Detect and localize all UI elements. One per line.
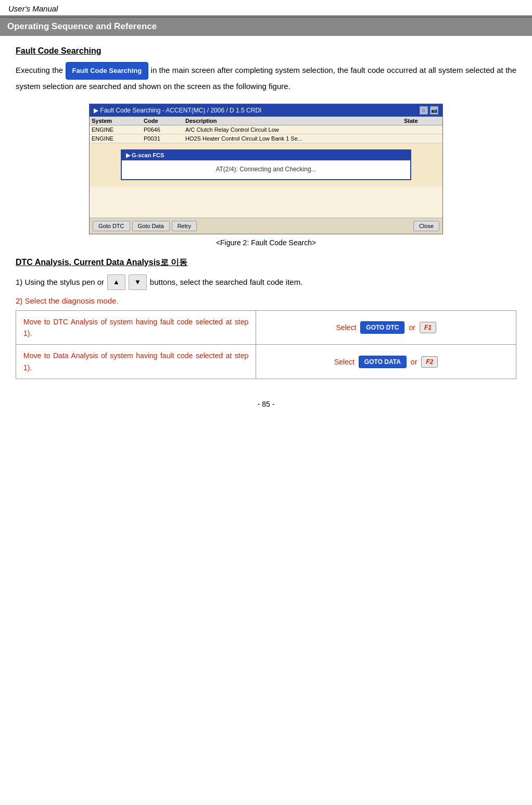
goto-data-btn[interactable]: Goto Data [132,221,170,231]
dtc-select-inner: Select GOTO DTC or F1 [263,321,509,334]
select-label-2: Select [334,358,354,366]
screenshot-empty-rows [90,186,442,218]
col-code: Code [144,118,185,124]
row1-desc: A/C Clutch Relay Control Circuit Low [185,127,404,133]
step1-prefix: 1) Using the stylus pen or [16,275,104,289]
move-data-label: Move to Data Analysis of system having f… [16,345,256,379]
screenshot-dialog: ▶ G-scan FCS AT(2/4): Connecting and Che… [121,149,411,180]
intro-text-before: Executing the [16,66,63,74]
fault-code-search-button-image: Fault Code Searching [66,62,149,80]
f1-button[interactable]: F1 [420,322,436,333]
figure-container: ▶ Fault Code Searching - ACCENT(MC) / 20… [16,104,516,247]
section-title: Operating Sequence and Reference [7,21,157,31]
screenshot-buttons: Goto DTC Goto Data Retry Close [90,218,442,234]
screenshot-titlebar-icons: ⌂ 📷 [420,106,438,115]
row1-state [404,127,440,133]
step1-suffix: buttons, select the searched fault code … [150,275,303,289]
screenshot-box: ▶ Fault Code Searching - ACCENT(MC) / 20… [89,104,443,234]
f2-button[interactable]: F2 [421,356,438,368]
data-select-inner: Select GOTO DATA or F2 [263,356,509,368]
row1-code: P0646 [144,127,185,133]
dialog-body: AT(2/4): Connecting and Checking... [122,160,410,179]
screenshot-table-header: System Code Description State [90,117,442,125]
row1-system: ENGINE [92,127,144,133]
dtc-section-title: DTC Analysis, Current Data Analysis로 이동 [16,257,516,268]
screenshot-title-text: ▶ Fault Code Searching - ACCENT(MC) / 20… [94,107,261,114]
home-icon: ⌂ [420,106,428,115]
step2-text: 2) Select the diagnosis mode. [16,296,516,305]
row2-state [404,135,440,142]
select-label-1: Select [336,323,356,332]
step1-text: 1) Using the stylus pen or ▲ ▼ buttons, … [16,274,516,290]
col-description: Description [185,118,404,124]
mode-table: Move to DTC Analysis of system having fa… [16,310,516,380]
goto-data-image-btn[interactable]: GOTO DATA [359,356,407,368]
page-footer: - 85 - [0,389,532,413]
row2-desc: HO2S Heater Control Circuit Low Bank 1 S… [185,135,404,142]
retry-btn[interactable]: Retry [172,221,197,231]
main-content: Fault Code Searching Executing the Fault… [0,36,532,389]
col-system: System [92,118,144,124]
row2-code: P0031 [144,135,185,142]
table-row: Move to DTC Analysis of system having fa… [16,310,516,345]
dtc-select-cell: Select GOTO DTC or F1 [256,310,516,345]
table-row: ENGINE P0031 HO2S Heater Control Circuit… [90,134,442,143]
camera-icon: 📷 [430,106,438,115]
fault-code-heading: Fault Code Searching [16,46,516,56]
or-label-1: or [409,323,415,332]
header-title: User's Manual [8,4,58,13]
col-state: State [404,118,440,124]
data-select-cell: Select GOTO DATA or F2 [256,345,516,379]
row2-system: ENGINE [92,135,144,142]
page-number: - 85 - [258,400,275,408]
down-arrow-button[interactable]: ▼ [129,274,147,290]
header: User's Manual [0,0,532,17]
section-title-bar: Operating Sequence and Reference [0,17,532,36]
figure-caption: <Figure 2: Fault Code Search> [216,238,316,247]
table-row: ENGINE P0646 A/C Clutch Relay Control Ci… [90,125,442,134]
goto-dtc-image-btn[interactable]: GOTO DTC [360,321,404,334]
up-arrow-button[interactable]: ▲ [107,274,125,290]
dialog-title: ▶ G-scan FCS [122,150,410,160]
table-row: Move to Data Analysis of system having f… [16,345,516,379]
move-dtc-label: Move to DTC Analysis of system having fa… [16,310,256,345]
intro-paragraph: Executing the Fault Code Searching in th… [16,62,516,93]
close-btn[interactable]: Close [413,221,439,231]
or-label-2: or [411,358,417,366]
screenshot-titlebar: ▶ Fault Code Searching - ACCENT(MC) / 20… [90,104,442,117]
goto-dtc-btn[interactable]: Goto DTC [93,221,130,231]
